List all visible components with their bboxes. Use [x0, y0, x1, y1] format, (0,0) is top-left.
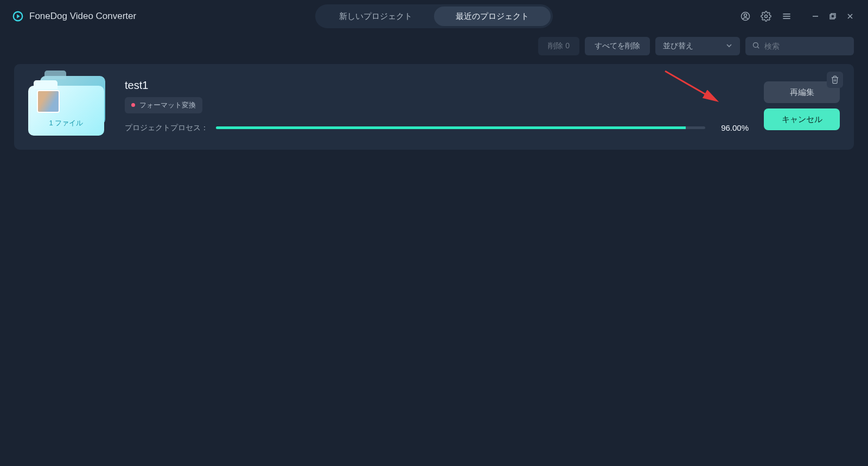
tab-recent-projects[interactable]: 最近のプロジェクト [434, 7, 551, 26]
progress-row: プロジェクトプロセス： 96.00% [125, 123, 749, 133]
toolbar: 削除 0 すべてを削除 並び替え [0, 33, 868, 61]
tab-new-project[interactable]: 新しいプロジェクト [317, 7, 434, 26]
project-card: 1 ファイル test1 フォーマット変換 プロジェクトプロセス： 96.00%… [14, 64, 854, 150]
settings-icon[interactable] [758, 9, 774, 24]
svg-line-14 [757, 47, 759, 48]
project-info: test1 フォーマット変換 プロジェクトプロセス： 96.00% [125, 79, 749, 133]
delete-project-button[interactable] [827, 72, 843, 88]
progress-label: プロジェクトプロセス： [125, 123, 208, 133]
titlebar-right [738, 9, 856, 24]
svg-rect-10 [830, 15, 834, 19]
search-input[interactable] [764, 42, 847, 50]
app-logo-icon [12, 10, 24, 22]
svg-point-3 [744, 14, 747, 16]
project-tabs: 新しいプロジェクト 最近のプロジェクト [315, 4, 553, 28]
project-title: test1 [125, 79, 749, 92]
menu-icon[interactable] [779, 9, 794, 24]
close-button[interactable] [844, 10, 856, 22]
format-badge: フォーマット変換 [125, 97, 202, 113]
svg-marker-1 [17, 14, 20, 18]
progress-fill [216, 126, 686, 129]
brand: FoneDog Video Converter [12, 10, 136, 22]
chevron-down-icon [726, 42, 732, 50]
svg-rect-9 [831, 14, 835, 18]
sort-label: 並び替え [663, 41, 693, 51]
search-icon [752, 41, 760, 52]
progress-percent: 96.00% [713, 123, 749, 132]
titlebar: FoneDog Video Converter 新しいプロジェクト 最近のプロジ… [0, 0, 868, 33]
progress-bar [216, 126, 705, 129]
svg-point-13 [754, 42, 758, 47]
thumbnail-photo [37, 90, 60, 113]
maximize-button[interactable] [827, 10, 839, 22]
badge-text: フォーマット変換 [139, 100, 196, 110]
app-title: FoneDog Video Converter [29, 11, 136, 22]
search-box[interactable] [745, 37, 854, 55]
sort-select[interactable]: 並び替え [655, 37, 740, 55]
delete-count-button[interactable]: 削除 0 [538, 37, 579, 55]
folder-thumbnail: 1 ファイル [28, 76, 110, 136]
account-icon[interactable] [738, 9, 753, 24]
delete-all-button[interactable]: すべてを削除 [585, 37, 650, 55]
window-controls [809, 10, 856, 22]
minimize-button[interactable] [809, 10, 821, 22]
cancel-button[interactable]: キャンセル [764, 108, 840, 130]
svg-point-4 [765, 15, 768, 18]
folder-file-count: 1 ファイル [49, 118, 84, 128]
status-dot-icon [131, 103, 135, 107]
